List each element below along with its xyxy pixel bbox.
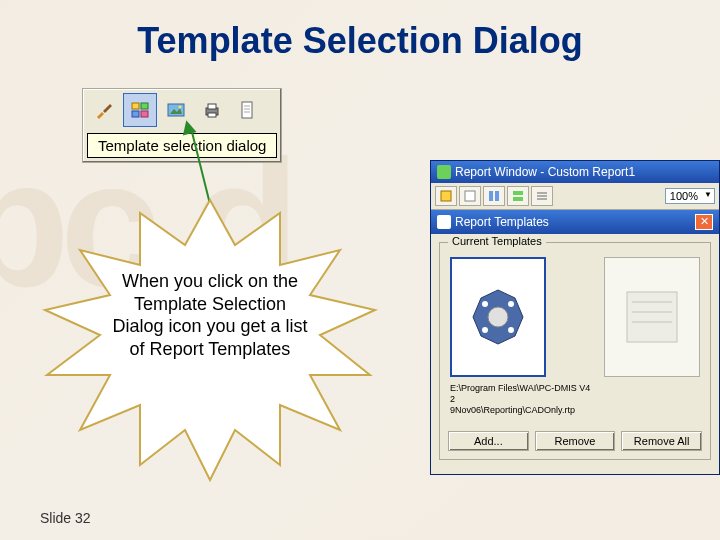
svg-rect-16 — [465, 191, 475, 201]
slide-title: Template Selection Dialog — [0, 20, 720, 62]
svg-rect-30 — [627, 292, 677, 342]
zoom-dropdown[interactable]: 100% — [665, 188, 715, 204]
template-buttons: Add... Remove Remove All — [448, 431, 702, 451]
page-icon[interactable] — [231, 93, 265, 127]
svg-rect-10 — [242, 102, 252, 118]
starburst-callout: When you click on the Template Selection… — [40, 195, 380, 485]
report-window-title: Report Window - Custom Report1 — [455, 165, 635, 179]
svg-rect-8 — [208, 104, 216, 109]
svg-rect-15 — [441, 191, 451, 201]
report-templates-body: Current Templates E:\Pr — [431, 234, 719, 468]
svg-point-25 — [488, 307, 508, 327]
report-templates-titlebar: Report Templates ✕ — [431, 210, 719, 234]
template-path: E:\Program Files\WAI\PC-DMIS V42 9Nov06\… — [450, 383, 592, 415]
svg-rect-2 — [132, 111, 139, 117]
remove-button[interactable]: Remove — [535, 431, 616, 451]
template-thumbnail — [450, 257, 546, 377]
report-window: Report Window - Custom Report1 100% Repo… — [430, 160, 720, 475]
slide-number: Slide 32 — [40, 510, 91, 526]
current-templates-label: Current Templates — [448, 235, 546, 247]
report-window-titlebar: Report Window - Custom Report1 — [431, 161, 719, 183]
svg-rect-20 — [513, 197, 523, 201]
svg-rect-18 — [495, 191, 499, 201]
rw-tool-1[interactable] — [435, 186, 457, 206]
rw-tool-2[interactable] — [459, 186, 481, 206]
svg-point-27 — [508, 301, 514, 307]
rw-tool-4[interactable] — [507, 186, 529, 206]
report-templates-title: Report Templates — [455, 215, 549, 229]
template-item[interactable] — [604, 257, 700, 415]
svg-rect-1 — [141, 103, 148, 109]
print-icon[interactable] — [195, 93, 229, 127]
svg-rect-4 — [168, 104, 184, 116]
template-item[interactable]: E:\Program Files\WAI\PC-DMIS V42 9Nov06\… — [450, 257, 592, 415]
remove-all-button[interactable]: Remove All — [621, 431, 702, 451]
svg-rect-17 — [489, 191, 493, 201]
svg-rect-19 — [513, 191, 523, 195]
current-templates-group: Current Templates E:\Pr — [439, 242, 711, 460]
rw-tool-3[interactable] — [483, 186, 505, 206]
svg-point-28 — [482, 327, 488, 333]
svg-rect-3 — [141, 111, 148, 117]
svg-point-29 — [508, 327, 514, 333]
cad-part-icon — [463, 282, 533, 352]
svg-rect-0 — [132, 103, 139, 109]
report-templates-icon — [437, 215, 451, 229]
brush-icon[interactable] — [87, 93, 121, 127]
report-window-icon — [437, 165, 451, 179]
template-selection-icon[interactable] — [123, 93, 157, 127]
rw-tool-5[interactable] — [531, 186, 553, 206]
report-window-toolbar: 100% — [431, 183, 719, 210]
svg-point-26 — [482, 301, 488, 307]
toolbar-tooltip: Template selection dialog — [87, 133, 277, 158]
template-thumbnail — [604, 257, 700, 377]
svg-point-6 — [179, 106, 182, 109]
svg-rect-9 — [208, 113, 216, 117]
add-button[interactable]: Add... — [448, 431, 529, 451]
callout-text: When you click on the Template Selection… — [110, 270, 310, 360]
close-icon[interactable]: ✕ — [695, 214, 713, 230]
template-thumbnails: E:\Program Files\WAI\PC-DMIS V42 9Nov06\… — [448, 251, 702, 421]
